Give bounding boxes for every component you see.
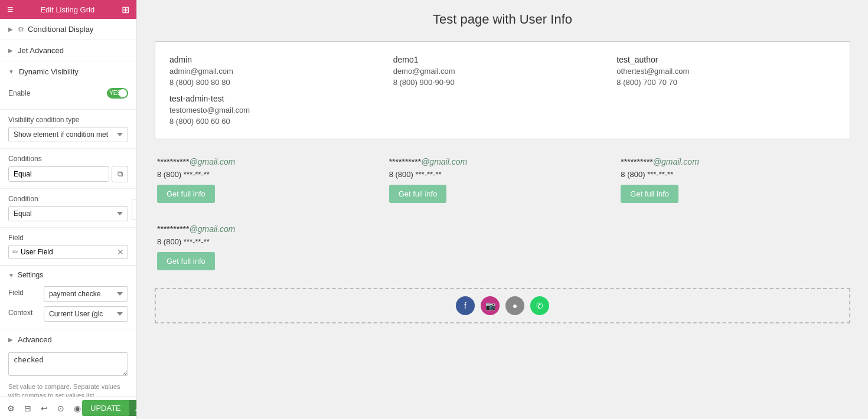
settings-bottom-icon[interactable]: ⚙	[6, 402, 16, 414]
user-cell-test-admin: test-admin-test testomesto@gmail.com 8 (…	[167, 90, 391, 129]
user-phone-demo1: 8 (800) 900-90-90	[393, 78, 612, 87]
empty-col-1	[387, 218, 619, 276]
masked-email-3: **********@gmail.com	[621, 157, 848, 166]
dynamic-visibility-toggle[interactable]: ▼ Dynamic Visibility	[0, 61, 136, 82]
get-full-info-button-3[interactable]: Get full info	[621, 185, 678, 203]
masked-cards-row-bottom: **********@gmail.com 8 (800) ***-**-** G…	[155, 218, 850, 276]
enable-toggle[interactable]: YES	[107, 88, 128, 99]
masked-prefix-2: **********	[389, 157, 421, 166]
other-icon[interactable]: ●	[505, 296, 524, 315]
masked-card-1: **********@gmail.com 8 (800) ***-**-** G…	[155, 151, 387, 209]
chevron-right-icon-adv: ▶	[8, 336, 13, 343]
field-icon: ✏	[12, 248, 18, 256]
update-dropdown-button[interactable]: ▲	[129, 400, 137, 416]
masked-card-2: **********@gmail.com 8 (800) ***-**-** G…	[387, 151, 619, 209]
responsive-icon[interactable]: ⊟	[23, 402, 32, 414]
grid-icon[interactable]: ⊞	[122, 4, 129, 15]
visibility-condition-select[interactable]: Show element if condition met	[8, 127, 128, 142]
collapse-panel-handle[interactable]: ‹	[132, 199, 137, 220]
toggle-yes-text: YES	[109, 90, 121, 96]
user-email-test-admin: testomesto@gmail.com	[169, 106, 389, 114]
user-name-test-author: test_author	[616, 55, 836, 64]
left-panel: ≡ Edit Listing Grid ⊞ ▶ ⚙ Conditional Di…	[0, 0, 137, 419]
dynamic-visibility-section: ▼ Dynamic Visibility Enable YES Visibili…	[0, 61, 136, 419]
advanced-subsection-toggle[interactable]: ▶ Advanced	[0, 329, 136, 350]
whatsapp-icon[interactable]: ✆	[530, 296, 549, 315]
condition-section: Condition Equal	[0, 189, 136, 228]
masked-prefix-4: **********	[157, 224, 189, 234]
settings-field-row: Field payment checke	[0, 284, 136, 304]
clear-field-icon[interactable]: ✕	[117, 247, 124, 257]
get-full-info-button-2[interactable]: Get full info	[389, 185, 447, 203]
user-phone-admin: 8 (800) 800 80 80	[169, 78, 389, 87]
chevron-right-icon-2: ▶	[8, 47, 13, 54]
panel-header: ≡ Edit Listing Grid ⊞	[0, 0, 136, 19]
masked-phone-4: 8 (800) ***-**-**	[157, 237, 384, 246]
enable-row: Enable YES	[8, 88, 128, 99]
field-input-wrap: ✏ ✕	[8, 245, 128, 259]
bottom-bar: ⚙ ⊟ ↩ ⊙ ◉ UPDATE ▲	[0, 397, 136, 419]
masked-email-4: **********@gmail.com	[157, 224, 384, 234]
settings-context-select[interactable]: Current User (glc	[44, 306, 128, 322]
chevron-down-icon-settings: ▼	[8, 272, 14, 279]
at-part-1: @gmail.com	[189, 157, 235, 166]
dynamic-visibility-label: Dynamic Visibility	[19, 67, 79, 76]
jet-advanced-label: Jet Advanced	[18, 46, 64, 55]
empty-dashed-container: f 📷 ● ✆	[155, 288, 850, 323]
visibility-condition-label: Visibility condition type	[8, 116, 128, 124]
copy-condition-button[interactable]: ⧉	[112, 166, 128, 182]
settings-label: Settings	[18, 271, 43, 279]
settings-icon: ⚙	[18, 25, 24, 34]
condition-select[interactable]: Equal	[8, 206, 128, 221]
field-input[interactable]	[21, 245, 117, 258]
masked-email-1: **********@gmail.com	[157, 157, 384, 166]
compare-value-textarea[interactable]: checked	[8, 352, 128, 376]
user-name-test-admin: test-admin-test	[169, 94, 389, 103]
sidebar-item-jet-advanced[interactable]: ▶ Jet Advanced	[0, 40, 136, 61]
settings-context-select-wrap: Current User (glc	[44, 306, 128, 322]
user-grid-container: admin admin@gmail.com 8 (800) 800 80 80 …	[155, 41, 850, 139]
hide-icon[interactable]: ◉	[73, 402, 82, 414]
user-email-demo1: demo@gmail.com	[393, 67, 612, 76]
enable-toggle-wrap: YES	[107, 88, 128, 99]
condition-input[interactable]	[8, 166, 109, 182]
masked-phone-3: 8 (800) ***-**-**	[621, 170, 848, 179]
settings-context-label: Context	[8, 309, 44, 317]
enable-label: Enable	[8, 89, 30, 97]
user-email-admin: admin@gmail.com	[169, 67, 389, 76]
undo-icon[interactable]: ↩	[40, 402, 49, 414]
masked-cards-grid: **********@gmail.com 8 (800) ***-**-** G…	[155, 151, 850, 209]
textarea-wrap: checked	[0, 350, 136, 381]
chevron-down-icon: ▼	[8, 68, 14, 75]
user-name-demo1: demo1	[393, 55, 612, 64]
panel-title: Edit Listing Grid	[14, 5, 122, 14]
user-email-test-author: othertest@gmail.com	[616, 67, 836, 76]
get-full-info-button-1[interactable]: Get full info	[157, 185, 215, 203]
masked-phone-2: 8 (800) ***-**-**	[389, 170, 616, 179]
settings-subsection-toggle[interactable]: ▼ Settings	[0, 266, 136, 284]
update-button[interactable]: UPDATE	[82, 400, 129, 416]
settings-field-select[interactable]: payment checke	[44, 286, 128, 302]
facebook-icon[interactable]: f	[456, 296, 475, 315]
visibility-condition-section: Visibility condition type Show element i…	[0, 110, 136, 149]
update-btn-wrap: UPDATE ▲	[82, 400, 137, 416]
chevron-right-icon: ▶	[8, 26, 13, 32]
sidebar-item-conditional-display[interactable]: ▶ ⚙ Conditional Display	[0, 19, 136, 40]
settings-context-row: Context Current User (glc	[0, 304, 136, 324]
user-phone-test-author: 8 (800) 700 70 70	[616, 78, 836, 87]
get-full-info-button-4[interactable]: Get full info	[157, 252, 215, 270]
masked-prefix-1: **********	[157, 157, 189, 166]
instagram-icon[interactable]: 📷	[481, 296, 500, 315]
user-cell-demo1: demo1 demo@gmail.com 8 (800) 900-90-90	[391, 51, 615, 90]
field-section: Field ✏ ✕	[0, 228, 136, 266]
user-cell-empty-3	[614, 90, 838, 129]
conditional-display-label: Conditional Display	[28, 25, 93, 34]
at-part-3: @gmail.com	[653, 157, 699, 166]
condition-label: Condition	[8, 195, 128, 203]
menu-icon[interactable]: ≡	[7, 4, 14, 16]
history-icon[interactable]: ⊙	[56, 402, 66, 414]
conditions-row: ⧉	[8, 166, 128, 182]
masked-email-2: **********@gmail.com	[389, 157, 616, 166]
advanced-label: Advanced	[18, 335, 52, 344]
page-title: Test page with User Info	[155, 12, 850, 27]
